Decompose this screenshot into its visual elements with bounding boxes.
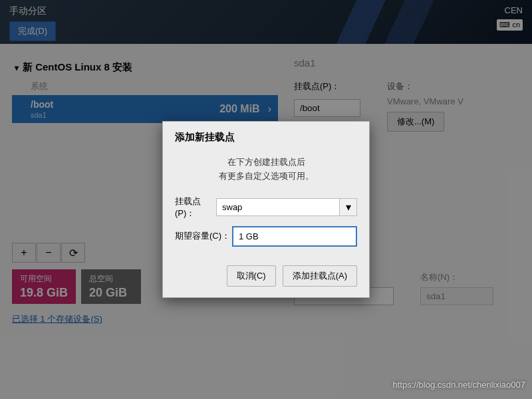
add-mountpoint-button[interactable]: 添加挂载点(A) (283, 265, 357, 287)
add-mountpoint-dialog: 添加新挂载点 在下方创建挂载点后 有更多自定义选项可用。 挂载点(P)： ▾ 期… (162, 121, 370, 298)
cancel-button[interactable]: 取消(C) (227, 265, 276, 287)
dialog-mount-label: 挂载点(P)： (175, 196, 216, 219)
dialog-capacity-label: 期望容量(C)： (175, 230, 232, 242)
dialog-description: 在下方创建挂载点后 有更多自定义选项可用。 (175, 156, 357, 184)
chevron-down-icon[interactable]: ▾ (340, 198, 357, 216)
capacity-input[interactable] (232, 226, 357, 247)
mountpoint-combo[interactable]: ▾ (216, 198, 357, 216)
watermark: https://blog.csdn.net/chenlixiao007 (393, 380, 525, 390)
mountpoint-combo-input[interactable] (216, 198, 340, 216)
dialog-title: 添加新挂载点 (175, 131, 357, 144)
